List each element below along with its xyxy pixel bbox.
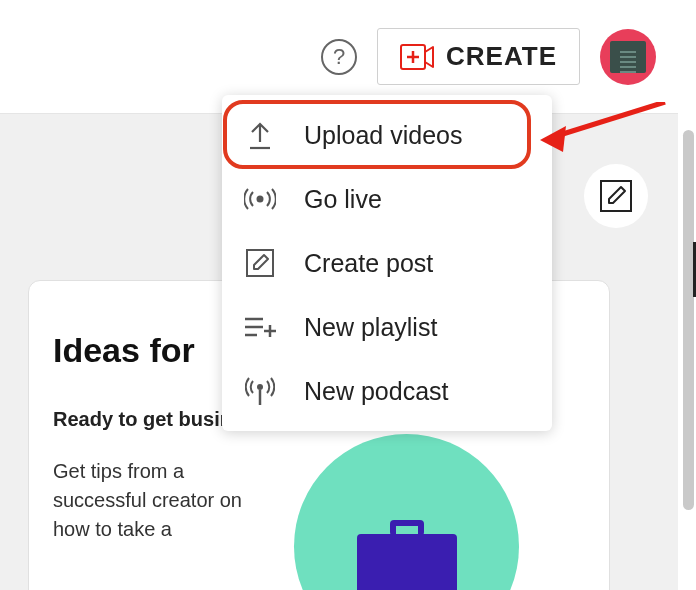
menu-item-label: Upload videos: [304, 121, 462, 150]
avatar[interactable]: [600, 29, 656, 85]
live-icon: [242, 187, 278, 211]
help-button[interactable]: ?: [321, 39, 357, 75]
briefcase-icon: [352, 520, 462, 591]
svg-point-15: [257, 384, 263, 390]
menu-item-label: New playlist: [304, 313, 437, 342]
scrollbar[interactable]: [683, 130, 694, 510]
post-icon: [242, 247, 278, 279]
pencil-icon: [598, 178, 634, 214]
menu-item-new-playlist[interactable]: New playlist: [222, 295, 552, 359]
create-dropdown-menu: Upload videos Go live Create post: [222, 95, 552, 431]
upload-icon: [242, 120, 278, 150]
create-button[interactable]: CREATE: [377, 28, 580, 85]
menu-item-label: Create post: [304, 249, 433, 278]
card-illustration: [294, 434, 519, 590]
avatar-image: [610, 41, 646, 73]
menu-item-upload-videos[interactable]: Upload videos: [222, 103, 552, 167]
create-camera-icon: [400, 44, 434, 70]
menu-item-label: Go live: [304, 185, 382, 214]
menu-item-create-post[interactable]: Create post: [222, 231, 552, 295]
edit-button[interactable]: [584, 164, 648, 228]
podcast-icon: [242, 375, 278, 407]
svg-rect-3: [601, 181, 631, 211]
svg-rect-9: [247, 250, 273, 276]
menu-item-label: New podcast: [304, 377, 449, 406]
help-icon: ?: [333, 44, 345, 70]
svg-rect-6: [357, 534, 457, 591]
playlist-icon: [242, 315, 278, 339]
menu-item-go-live[interactable]: Go live: [222, 167, 552, 231]
create-button-label: CREATE: [446, 41, 557, 72]
card-body: Get tips from a successful creator on ho…: [53, 457, 273, 544]
menu-item-new-podcast[interactable]: New podcast: [222, 359, 552, 423]
svg-point-8: [257, 196, 264, 203]
